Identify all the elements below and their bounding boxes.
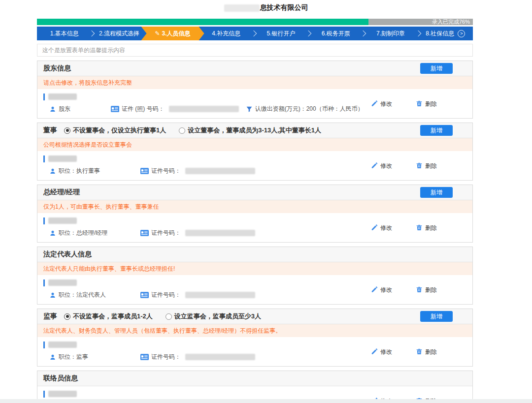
step-process-mode[interactable]: 2.流程模式选择 bbox=[92, 27, 146, 40]
cert-number-redacted bbox=[185, 230, 255, 236]
section-title: 总经理/经理 bbox=[43, 188, 80, 197]
pencil-icon bbox=[371, 100, 378, 107]
delete-button[interactable]: 删除 bbox=[416, 223, 437, 232]
edit-button[interactable]: 修改 bbox=[371, 397, 392, 399]
person-name-redacted bbox=[48, 279, 77, 286]
radio-unchecked-icon[interactable] bbox=[166, 313, 172, 320]
board-option-group: 不设董事会，仅设立执行董事1人 设立董事会，董事成员为3-13人,其中董事长1人 bbox=[64, 126, 321, 135]
section-contact-person: 联络员信息 职位：联络员 证件号码： bbox=[37, 371, 473, 399]
radio-with-board[interactable]: 设立董事会，董事成员为3-13人,其中董事长1人 bbox=[179, 126, 321, 135]
more-steps-icon[interactable]: > bbox=[458, 30, 465, 37]
person-name-redacted bbox=[48, 341, 77, 348]
add-director-button[interactable]: 新增 bbox=[420, 125, 453, 136]
section-title: 监事 bbox=[43, 312, 57, 321]
delete-button[interactable]: 删除 bbox=[416, 161, 437, 170]
name-marker bbox=[43, 279, 45, 286]
step-basic-info[interactable]: 1.基本信息 bbox=[37, 27, 92, 40]
delete-button[interactable]: 删除 bbox=[416, 99, 437, 108]
section-header: 联络员信息 bbox=[37, 371, 472, 386]
step-personnel-info[interactable]: ✎ 3.人员信息 bbox=[141, 27, 204, 40]
capital-field: 认缴出资额(万元)：200（币种：人民币） bbox=[246, 105, 364, 113]
position-field: 股东 bbox=[49, 105, 111, 113]
supervisor-option-group: 不设监事会，监事成员1-2人 设立监事会，监事成员至少3人 bbox=[64, 312, 261, 321]
section-legal-representative: 法定代表人信息 法定代表人只能由执行董事、董事长或总经理担任! 职位：法定代表人… bbox=[37, 247, 473, 305]
section-supervisors: 监事 不设监事会，监事成员1-2人 设立监事会，监事成员至少3人 新增 法定代表… bbox=[37, 309, 473, 367]
cert-field: 证件号码： bbox=[140, 229, 255, 237]
name-marker bbox=[43, 217, 45, 224]
id-card-icon bbox=[140, 230, 149, 236]
radio-with-supervisor-board[interactable]: 设立监事会，监事成员至少3人 bbox=[166, 312, 261, 321]
window-title-bar: 息技术有限公司 bbox=[0, 0, 532, 16]
add-supervisor-button[interactable]: 新增 bbox=[420, 311, 453, 322]
radio-unchecked-icon[interactable] bbox=[179, 127, 185, 134]
edit-button[interactable]: 修改 bbox=[371, 347, 392, 356]
add-shareholder-button[interactable]: 新增 bbox=[420, 63, 453, 74]
step-navigation: 1.基本信息 2.流程模式选择 ✎ 3.人员信息 4.补充信息 5.银行开户 6… bbox=[37, 27, 473, 40]
legal-rep-row: 职位：法定代表人 证件号码： 修改 删除 bbox=[37, 275, 472, 304]
pencil-icon bbox=[371, 162, 378, 169]
edit-button[interactable]: 修改 bbox=[371, 99, 392, 108]
director-row: 职位：执行董事 证件号码： 修改 删除 bbox=[37, 151, 472, 180]
step-seal-making[interactable]: 7.刻制印章 bbox=[363, 27, 418, 40]
radio-no-supervisor-board[interactable]: 不设监事会，监事成员1-2人 bbox=[64, 312, 153, 321]
section-header: 监事 不设监事会，监事成员1-2人 设立监事会，监事成员至少3人 新增 bbox=[37, 309, 472, 324]
supervisor-row: 职位：监事 证件号码： 修改 删除 bbox=[37, 337, 472, 366]
add-manager-button[interactable]: 新增 bbox=[420, 187, 453, 198]
delete-button[interactable]: 删除 bbox=[416, 397, 437, 399]
person-name-redacted bbox=[48, 391, 77, 397]
pencil-icon bbox=[371, 398, 378, 400]
radio-checked-icon[interactable] bbox=[64, 127, 70, 134]
position-field: 职位：执行董事 bbox=[49, 167, 140, 175]
section-warning: 法定代表人、财务负责人、管理人员（包括董事、执行董事、总经理/经理）不得担任监事… bbox=[37, 324, 472, 337]
person-icon bbox=[49, 354, 56, 361]
person-name-redacted bbox=[48, 93, 77, 100]
progress-bar: 录入已完成76% bbox=[37, 19, 473, 25]
step-tax-invoice[interactable]: 6.税务开票 bbox=[308, 27, 363, 40]
trash-icon bbox=[416, 398, 423, 400]
cert-number-redacted bbox=[169, 106, 239, 112]
step-social-security[interactable]: 8.社保信息 > bbox=[418, 27, 473, 40]
cert-number-redacted bbox=[185, 168, 255, 174]
name-marker bbox=[43, 391, 45, 398]
section-warning: 公司根据情况选择是否设立董事会 bbox=[37, 138, 472, 151]
cert-number-redacted bbox=[185, 354, 255, 360]
name-marker bbox=[43, 155, 45, 162]
position-field: 职位：法定代表人 bbox=[49, 291, 140, 299]
radio-no-board[interactable]: 不设董事会，仅设立执行董事1人 bbox=[64, 126, 166, 135]
edit-button[interactable]: 修改 bbox=[371, 161, 392, 170]
person-icon bbox=[49, 230, 56, 237]
section-header: 总经理/经理 新增 bbox=[37, 185, 472, 200]
cert-field: 证件号码： bbox=[140, 167, 255, 175]
contact-row: 职位：联络员 证件号码： 修改 删除 bbox=[37, 386, 472, 399]
page-title: 息技术有限公司 bbox=[260, 3, 308, 12]
step-supplementary-info[interactable]: 4.补充信息 bbox=[199, 27, 254, 40]
trash-icon bbox=[416, 162, 423, 169]
cert-field: 证件号码： bbox=[140, 291, 255, 299]
cert-number-redacted bbox=[185, 292, 255, 298]
person-name-redacted bbox=[48, 217, 77, 224]
pencil-icon bbox=[371, 348, 378, 355]
trash-icon bbox=[416, 286, 423, 293]
capital-funnel-icon bbox=[246, 106, 253, 113]
section-title: 联络员信息 bbox=[43, 374, 78, 383]
name-marker bbox=[43, 341, 45, 348]
trash-icon bbox=[416, 224, 423, 231]
id-card-icon bbox=[140, 292, 149, 298]
edit-pencil-icon: ✎ bbox=[155, 31, 160, 36]
shareholder-row: 股东 证件 (照) 号码： 认缴出资额(万元)：200（币种：人民币） bbox=[37, 89, 472, 118]
manager-row: 职位：总经理/经理 证件号码： 修改 删除 bbox=[37, 213, 472, 242]
company-name-redacted bbox=[224, 4, 260, 12]
edit-button[interactable]: 修改 bbox=[371, 285, 392, 294]
section-title: 法定代表人信息 bbox=[43, 250, 92, 259]
edit-button[interactable]: 修改 bbox=[371, 223, 392, 232]
delete-button[interactable]: 删除 bbox=[416, 347, 437, 356]
delete-button[interactable]: 删除 bbox=[416, 285, 437, 294]
person-icon bbox=[49, 106, 56, 113]
section-warning: 请点击修改，将股东信息补充完整 bbox=[37, 76, 472, 89]
id-card-icon bbox=[140, 354, 149, 360]
step-bank-account[interactable]: 5.银行开户 bbox=[254, 27, 308, 40]
section-title: 董事 bbox=[43, 126, 57, 135]
name-marker bbox=[43, 93, 45, 100]
cert-field: 证件 (照) 号码： bbox=[111, 105, 239, 113]
radio-checked-icon[interactable] bbox=[64, 313, 70, 320]
